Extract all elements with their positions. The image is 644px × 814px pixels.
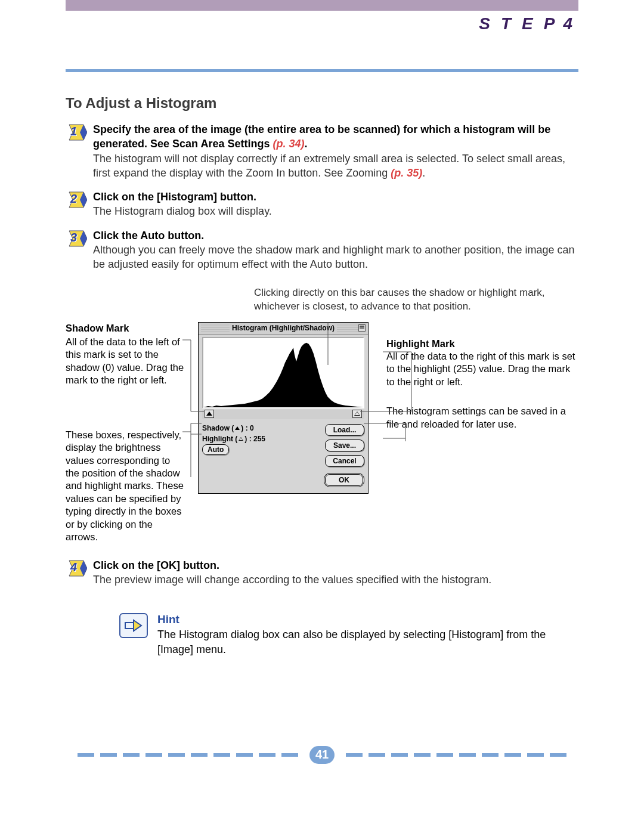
- step-2: 2 Click on the [Histogram] button. The H…: [66, 190, 578, 219]
- page-number: 41: [309, 746, 335, 764]
- shadow-value[interactable]: 0: [250, 424, 254, 432]
- step4-bold: Click on the [OK] button.: [93, 559, 219, 571]
- annot-save-load: The histogram settings can be saved in a…: [386, 405, 578, 431]
- highlight-mark[interactable]: [352, 410, 362, 418]
- dialog-title: Histogram (Highlight/Shadow): [230, 324, 337, 332]
- load-button[interactable]: Load...: [325, 424, 364, 436]
- hint-box: Hint The Histogram dialog box can also b…: [119, 613, 578, 657]
- step1-bold: Specify the area of the image (the entir…: [93, 123, 550, 150]
- histogram-dialog: Histogram (Highlight/Shadow): [198, 322, 369, 494]
- step-3: 3 Click the Auto button. Although you ca…: [66, 228, 578, 272]
- auto-button[interactable]: Auto: [202, 444, 229, 455]
- link-p35[interactable]: (p. 35): [391, 167, 422, 179]
- step4-body: The preview image will change according …: [93, 574, 491, 586]
- svg-marker-23: [134, 620, 141, 631]
- ok-button[interactable]: OK: [324, 473, 364, 487]
- hint-body: The Histogram dialog box can also be dis…: [157, 627, 578, 657]
- annot-value-boxes: These boxes, respectively, display the b…: [66, 429, 185, 544]
- shadow-mark[interactable]: [205, 410, 214, 418]
- shadow-triangle-icon: [235, 426, 240, 430]
- top-bar: [66, 0, 578, 11]
- cancel-button[interactable]: Cancel: [325, 455, 364, 467]
- highlight-label: Highlight: [202, 435, 233, 443]
- page-footer: 41: [66, 746, 578, 764]
- top-caption: Clicking directly on this bar causes the…: [254, 286, 578, 314]
- step-badge-1: 1: [66, 123, 87, 141]
- step-badge-4: 4: [66, 559, 87, 577]
- step3-bold: Click the Auto button.: [93, 230, 204, 242]
- step-4: 4 Click on the [OK] button. The preview …: [66, 558, 578, 587]
- shadow-label: Shadow: [202, 424, 230, 432]
- collapse-icon[interactable]: [358, 324, 366, 332]
- highlight-value[interactable]: 255: [253, 435, 265, 443]
- slider-rail[interactable]: [202, 410, 364, 419]
- link-p34[interactable]: (p. 34): [273, 138, 304, 150]
- hint-title: Hint: [157, 613, 578, 626]
- divider: [66, 69, 578, 72]
- step-number: 4: [563, 14, 572, 33]
- hint-icon: [119, 613, 148, 638]
- step3-body: Although you can freely move the shadow …: [93, 244, 574, 270]
- step-header: STEP 4: [66, 14, 578, 33]
- step1-body: The histogram will not display correctly…: [93, 153, 565, 179]
- histogram-display[interactable]: [202, 337, 364, 408]
- annot-shadow-mark: Shadow Mark All of the data to the left …: [66, 322, 185, 387]
- save-button[interactable]: Save...: [325, 440, 364, 451]
- step-label: STEP: [479, 14, 565, 33]
- step-badge-3: 3: [66, 230, 87, 247]
- diagram-area: Shadow Mark All of the data to the left …: [66, 322, 578, 544]
- page-title: To Adjust a Histogram: [66, 95, 578, 112]
- svg-rect-22: [125, 623, 134, 629]
- highlight-triangle-icon: [239, 437, 243, 441]
- annot-highlight-mark: Highlight Mark All of the data to the ri…: [386, 338, 578, 389]
- dialog-titlebar[interactable]: Histogram (Highlight/Shadow): [199, 323, 368, 335]
- step2-bold: Click on the [Histogram] button.: [93, 191, 256, 203]
- step2-body: The Histogram dialog box will display.: [93, 205, 272, 217]
- step-badge-2: 2: [66, 191, 87, 209]
- step-1: 1 Specify the area of the image (the ent…: [66, 122, 578, 180]
